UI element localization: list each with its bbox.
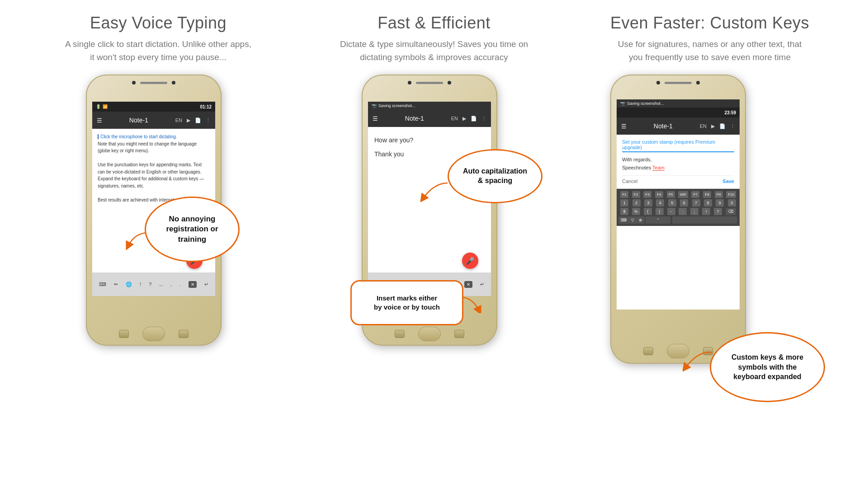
- phone3-kb-row1: F1 F2 F3 F4 F5 WR F7 F8 F9 F10: [618, 191, 738, 198]
- callout2b-text: Insert marks eitherby voice or by touch: [374, 294, 440, 312]
- phone3-key-8[interactable]: 8: [704, 199, 712, 206]
- phone1-kb-icon[interactable]: ⌨: [99, 282, 106, 287]
- phone2-top: [362, 81, 497, 84]
- phone3-key-4[interactable]: 4: [656, 199, 664, 206]
- phone1-app-title: Note-1: [129, 117, 148, 124]
- phone3-key-space[interactable]: [672, 216, 737, 224]
- phone1-camera: [132, 81, 136, 84]
- phone2-app-icons: EN ▶ 📄 ⋮: [451, 116, 486, 122]
- phone1-statusbar: 🔋 📶 01:12: [92, 102, 215, 112]
- phone3-key-1[interactable]: 1: [620, 199, 628, 206]
- phone3-key-f4[interactable]: F4: [655, 191, 663, 198]
- phone2-lang[interactable]: EN: [451, 116, 458, 122]
- phone3-key-quote[interactable]: ": [646, 216, 670, 224]
- phone2-more-icon[interactable]: ⋮: [481, 116, 486, 122]
- phone3-cancel-btn[interactable]: Cancel: [622, 178, 637, 184]
- phone3-key-f1[interactable]: F1: [620, 191, 628, 198]
- phone3-key-semi[interactable]: ;: [690, 208, 698, 215]
- phone2-app-title: Note-1: [405, 115, 424, 122]
- phone3-kb-row3: $ % ( ) - : ; ! ? ⌫: [618, 208, 738, 215]
- phone1-keyboard[interactable]: ⌨ ✏ 🌐 ! ? ⎵ , . ✕ ↵: [92, 272, 215, 296]
- phone1-app-icons: EN ▶ 📄 ⋮: [175, 117, 211, 123]
- phone1-time: 01:12: [200, 104, 212, 109]
- col1-title: Easy Voice Typing: [90, 14, 226, 33]
- phone3-lang[interactable]: EN: [700, 123, 707, 129]
- phone3-camera2: [696, 81, 700, 84]
- col1-subtitle: A single click to start dictation. Unlik…: [63, 38, 253, 64]
- phone3-key-f3[interactable]: F3: [643, 191, 651, 198]
- phone2-home-btn[interactable]: [418, 327, 441, 341]
- phone2-del[interactable]: ✕: [464, 281, 472, 288]
- phone1-enter[interactable]: ↵: [204, 282, 208, 287]
- phone3-key-dash[interactable]: -: [667, 208, 675, 215]
- phone2-save-icon: 📷: [372, 103, 377, 108]
- phone1-menu-icon[interactable]: ☰: [97, 117, 102, 124]
- phone3-key-f8[interactable]: F8: [703, 191, 711, 198]
- phone3-key-f5[interactable]: F5: [667, 191, 675, 198]
- phone2-bottom: [362, 327, 497, 341]
- phone1-send-icon[interactable]: ▶: [187, 117, 190, 123]
- phone3-key-del[interactable]: ⌫: [726, 208, 736, 215]
- phone1-dot[interactable]: .: [179, 282, 181, 287]
- phone3-key-lparen[interactable]: (: [644, 208, 652, 215]
- phone2-mic-btn[interactable]: 🎤: [462, 253, 478, 269]
- phone3-key-0[interactable]: 0: [728, 199, 736, 206]
- phone1-camera2: [172, 81, 175, 84]
- phone3-save-btn[interactable]: Save: [722, 178, 734, 184]
- phone3-key-3[interactable]: 3: [644, 199, 652, 206]
- phone3-key-colon[interactable]: :: [679, 208, 687, 215]
- col3-subtitle: Use for signatures, names or any other t…: [615, 38, 805, 64]
- phone1-back-btn[interactable]: [119, 330, 129, 338]
- phone3-statusbar: 23:59: [617, 108, 740, 117]
- phone1-comma[interactable]: ,: [170, 282, 172, 287]
- phone1-more-icon[interactable]: ⋮: [206, 117, 211, 123]
- phone3-send-icon[interactable]: ▶: [711, 123, 715, 129]
- phone3-key-f7[interactable]: F7: [691, 191, 699, 198]
- phone3-stamp-dialog: Set your custom stamp (requires Premium …: [617, 135, 740, 189]
- phone1-note-text: Click the microphone to start dictating.…: [98, 133, 210, 203]
- phone3-key-quest[interactable]: ?: [714, 208, 722, 215]
- phone1-save-icon[interactable]: 📄: [195, 117, 201, 123]
- phone3-key-7[interactable]: 7: [692, 199, 700, 206]
- phone2-save-doc-icon[interactable]: 📄: [471, 116, 477, 122]
- phone3-back-btn[interactable]: [643, 347, 653, 355]
- phone2-back-btn[interactable]: [395, 330, 405, 338]
- phone3-menu-icon[interactable]: ☰: [621, 123, 627, 130]
- phone3-key-9[interactable]: 9: [716, 199, 724, 206]
- phone3-key-down[interactable]: ▽: [629, 216, 637, 224]
- phone3-key-kb[interactable]: ⌨: [618, 216, 629, 224]
- phone3-expanded-keyboard[interactable]: F1 F2 F3 F4 F5 WR F7 F8 F9 F10 1: [617, 189, 740, 226]
- phone3-savingbar: 📷 Saving screenshot...: [617, 99, 740, 108]
- phone2-send-icon[interactable]: ▶: [462, 116, 466, 122]
- callout3-text: Custom keys & moresymbols with thekeyboa…: [731, 352, 803, 382]
- phone1-home-btn[interactable]: [142, 327, 165, 341]
- phone3-key-dollar[interactable]: $: [620, 208, 628, 215]
- phone2-enter[interactable]: ↵: [480, 282, 484, 287]
- phone3-key-f2[interactable]: F2: [632, 191, 640, 198]
- phone3-key-rparen[interactable]: ): [656, 208, 664, 215]
- phone2-menu-icon[interactable]: ☰: [373, 115, 378, 122]
- phone3-more-icon[interactable]: ⋮: [730, 123, 735, 129]
- callout2a: Auto capitalization& spacing: [448, 149, 542, 203]
- phone2-recent-btn[interactable]: [454, 330, 464, 338]
- phone3-key-wr[interactable]: WR: [678, 191, 688, 198]
- phone3-key-f10[interactable]: F10: [726, 191, 736, 198]
- phone1-del[interactable]: ✕: [189, 281, 197, 288]
- phone3-key-globe[interactable]: ⊕: [637, 216, 645, 224]
- phone1-quest[interactable]: ?: [149, 282, 151, 287]
- phone1-excl[interactable]: !: [140, 282, 141, 287]
- phone1-space[interactable]: ⎵: [160, 282, 163, 287]
- phone3-save-doc-icon[interactable]: 📄: [719, 123, 726, 129]
- phone3-stamp-title: Set your custom stamp (requires Premium …: [622, 139, 734, 152]
- phone2-appbar: ☰ Note-1 EN ▶ 📄 ⋮: [368, 110, 491, 127]
- phone1-edit-icon[interactable]: ✏: [114, 282, 118, 287]
- phone1-lang[interactable]: EN: [175, 117, 182, 123]
- phone1-recent-btn[interactable]: [179, 330, 189, 338]
- phone3-key-excl[interactable]: !: [702, 208, 710, 215]
- phone3-key-f9[interactable]: F9: [715, 191, 723, 198]
- phone3-key-5[interactable]: 5: [668, 199, 676, 206]
- phone3-key-pct[interactable]: %: [632, 208, 640, 215]
- phone3-key-6[interactable]: 6: [680, 199, 688, 206]
- phone3-key-2[interactable]: 2: [632, 199, 641, 206]
- phone1-globe-icon[interactable]: 🌐: [126, 282, 132, 287]
